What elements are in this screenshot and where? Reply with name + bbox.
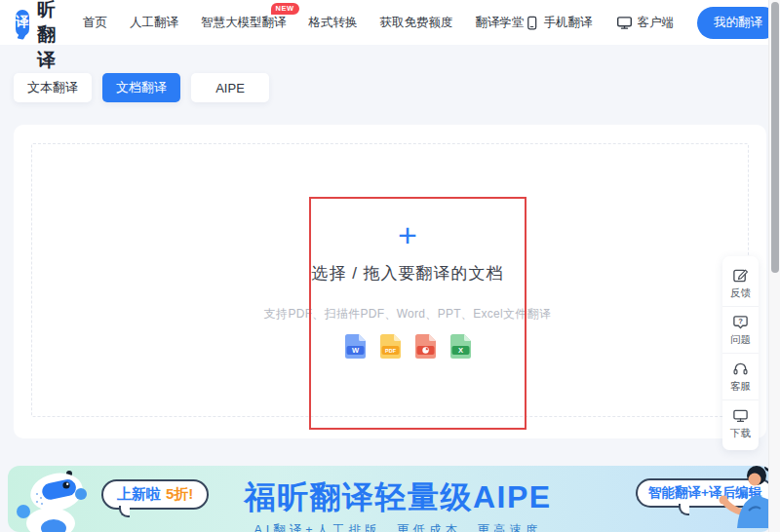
- plus-icon[interactable]: +: [50, 220, 765, 249]
- customer-service-label: 客服: [730, 380, 751, 394]
- mobile-translate-label: 手机翻译: [544, 15, 593, 31]
- nav-item-free-quota[interactable]: 获取免费额度: [380, 15, 453, 31]
- feedback-button[interactable]: 反馈: [722, 260, 759, 306]
- my-translations-button[interactable]: 我的翻译: [697, 7, 779, 39]
- file-type-icons: W PDF: [50, 334, 765, 359]
- header-utility: 手机翻译 客户端 我的翻译: [525, 7, 780, 39]
- excel-file-icon: X: [449, 334, 472, 359]
- banner-subtitle: AI翻译+人工排版，更低成本、更高速度: [244, 522, 551, 532]
- feedback-edit-icon: [732, 267, 749, 284]
- header: 译 福昕翻译 首页 人工翻译 智慧大模型翻译 NEW 格式转换 获取免费额度 翻…: [0, 0, 780, 45]
- nav-item-home[interactable]: 首页: [83, 15, 107, 31]
- ppt-file-icon: [414, 334, 437, 359]
- tab-aipe[interactable]: AIPE: [191, 73, 269, 102]
- banner-text-block: 福昕翻译轻量级AIPE AI翻译+人工排版，更低成本、更高速度: [244, 476, 551, 532]
- upload-title[interactable]: 选择 / 拖入要翻译的文档: [50, 262, 765, 285]
- svg-text:W: W: [351, 346, 359, 355]
- banner-title: 福昕翻译轻量级AIPE: [244, 476, 551, 519]
- tab-document-translate[interactable]: 文档翻译: [102, 73, 180, 102]
- nav-item-human-translation[interactable]: 人工翻译: [130, 15, 178, 31]
- new-badge: NEW: [271, 3, 299, 15]
- nav-item-llm-translation-label: 智慧大模型翻译: [201, 16, 287, 29]
- download-label: 下载: [730, 427, 751, 440]
- svg-text:?: ?: [738, 317, 743, 325]
- svg-text:X: X: [457, 346, 462, 355]
- questions-button[interactable]: ? 问题: [722, 306, 759, 353]
- download-client-icon: [732, 407, 749, 424]
- scrollbar-thumb[interactable]: [771, 2, 779, 273]
- customer-service-button[interactable]: 客服: [722, 353, 759, 399]
- mobile-translate-link[interactable]: 手机翻译: [525, 15, 593, 31]
- robot-mascot-illustration: [14, 468, 103, 532]
- pdf-file-icon: PDF: [379, 334, 402, 359]
- question-bubble-icon: ?: [732, 314, 749, 330]
- brand-logo[interactable]: 译 福昕翻译: [16, 0, 69, 73]
- tab-text-translate[interactable]: 文本翻译: [14, 73, 92, 102]
- download-button[interactable]: 下载: [722, 399, 759, 446]
- nav-item-llm-translation[interactable]: 智慧大模型翻译 NEW: [201, 15, 287, 31]
- word-file-icon: W: [344, 334, 367, 359]
- phone-icon: [525, 15, 539, 31]
- promo-prefix: 上新啦: [117, 485, 161, 504]
- nav-item-format-convert[interactable]: 格式转换: [309, 15, 358, 31]
- upload-card: + 选择 / 拖入要翻译的文档 支持PDF、扫描件PDF、Word、PPT、Ex…: [14, 125, 766, 438]
- main-nav: 首页 人工翻译 智慧大模型翻译 NEW 格式转换 获取免费额度 翻译学堂: [83, 15, 525, 31]
- promo-banner[interactable]: 上新啦 5折! 福昕翻译轻量级AIPE AI翻译+人工排版，更低成本、更高速度 …: [8, 466, 772, 532]
- nav-item-translation-school[interactable]: 翻译学堂: [476, 15, 525, 31]
- translate-mode-tabs: 文本翻译 文档翻译 AIPE: [14, 73, 780, 102]
- promo-discount: 5折!: [166, 485, 193, 504]
- upload-dropzone[interactable]: + 选择 / 拖入要翻译的文档 支持PDF、扫描件PDF、Word、PPT、Ex…: [31, 143, 749, 417]
- feedback-label: 反馈: [730, 286, 751, 300]
- page: 译 福昕翻译 首页 人工翻译 智慧大模型翻译 NEW 格式转换 获取免费额度 翻…: [0, 0, 780, 532]
- person-illustration: [716, 466, 772, 532]
- vertical-scrollbar[interactable]: [768, 0, 780, 532]
- headset-icon: [732, 361, 749, 377]
- logo-speech-bubble-icon: 译: [16, 10, 29, 36]
- questions-label: 问题: [730, 333, 751, 347]
- floating-side-toolbar: 反馈 ? 问题 客服 下载: [722, 256, 759, 450]
- svg-text:PDF: PDF: [385, 348, 397, 354]
- desktop-client-link[interactable]: 客户端: [616, 15, 675, 31]
- promo-discount-bubble: 上新啦 5折!: [101, 479, 209, 510]
- supported-formats-hint: 支持PDF、扫描件PDF、Word、PPT、Excel文件翻译: [50, 306, 765, 323]
- desktop-client-label: 客户端: [638, 15, 675, 31]
- monitor-icon: [616, 15, 633, 31]
- upload-content: + 选择 / 拖入要翻译的文档 支持PDF、扫描件PDF、Word、PPT、Ex…: [50, 220, 765, 359]
- brand-name: 福昕翻译: [37, 0, 69, 73]
